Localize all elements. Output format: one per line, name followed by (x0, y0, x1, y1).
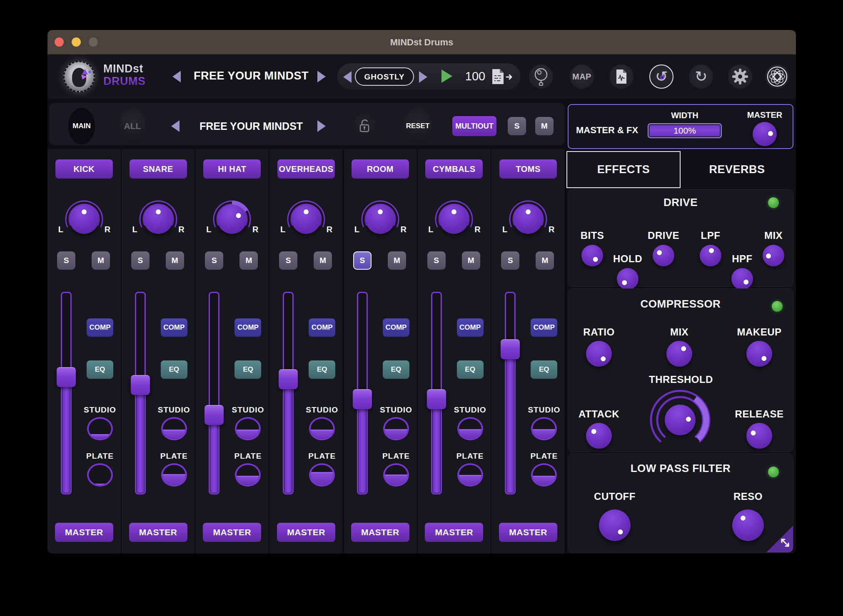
pattern-ornament-icon[interactable] (765, 65, 789, 89)
width-slider[interactable]: 100% (648, 123, 722, 138)
channel-volume-fader[interactable] (61, 292, 72, 494)
ratio-knob[interactable] (586, 341, 612, 367)
reso-knob[interactable] (732, 509, 764, 541)
settings-gear-icon[interactable] (728, 65, 752, 89)
plate-send-knob[interactable] (531, 463, 557, 487)
fader-handle[interactable] (131, 375, 150, 395)
main-view-button[interactable]: MAIN (68, 108, 95, 144)
pan-knob[interactable] (439, 205, 469, 234)
channel-name-button[interactable]: TOMS (499, 159, 557, 179)
channel-solo-button[interactable]: S (205, 251, 223, 270)
hpf-knob[interactable] (731, 268, 753, 290)
fader-handle[interactable] (353, 389, 372, 409)
toolbar-preset-next-button[interactable] (317, 120, 326, 132)
channel-comp-button[interactable]: COMP (457, 318, 484, 337)
studio-send-knob[interactable] (383, 417, 409, 440)
pan-knob-group[interactable]: L R (133, 194, 183, 238)
release-knob[interactable] (746, 423, 772, 449)
channel-route-master-button[interactable]: MASTER (277, 523, 335, 542)
channel-solo-button[interactable]: S (131, 251, 150, 270)
midi-drag-icon[interactable] (490, 68, 515, 87)
pan-knob-group[interactable]: L R (281, 194, 331, 238)
pan-knob[interactable] (292, 205, 321, 234)
comp-mix-knob[interactable] (666, 341, 692, 367)
play-button[interactable] (441, 70, 452, 83)
preset-prev-button[interactable] (172, 71, 181, 82)
mic-icon[interactable] (529, 65, 553, 89)
plate-send-knob[interactable] (87, 463, 113, 487)
attack-knob[interactable] (586, 423, 612, 449)
pan-knob[interactable] (144, 205, 173, 234)
channel-comp-button[interactable]: COMP (531, 318, 557, 337)
master-volume-knob[interactable] (753, 122, 777, 146)
channel-name-button[interactable]: OVERHEADS (277, 159, 335, 179)
plate-send-knob[interactable] (161, 463, 187, 487)
audio-file-icon[interactable] (609, 65, 633, 89)
channel-solo-button[interactable]: S (279, 251, 297, 270)
channel-route-master-button[interactable]: MASTER (425, 523, 483, 542)
pan-knob[interactable] (70, 205, 99, 234)
toolbar-preset-prev-button[interactable] (171, 120, 180, 132)
channel-comp-button[interactable]: COMP (87, 318, 113, 337)
studio-send-knob[interactable] (531, 417, 557, 440)
channel-volume-fader[interactable] (135, 292, 146, 494)
channel-volume-fader[interactable] (209, 292, 219, 494)
fader-handle[interactable] (205, 405, 224, 425)
fader-handle[interactable] (279, 369, 298, 389)
cutoff-knob[interactable] (599, 509, 631, 541)
channel-volume-fader[interactable] (505, 292, 516, 494)
lpf-knob[interactable] (700, 245, 721, 266)
channel-eq-button[interactable]: EQ (87, 360, 113, 379)
pan-knob[interactable] (366, 205, 395, 234)
pan-knob-group[interactable]: L R (207, 194, 257, 238)
channel-eq-button[interactable]: EQ (309, 360, 335, 379)
tab-reverbs[interactable]: REVERBS (681, 151, 793, 188)
channel-mute-button[interactable]: M (92, 251, 110, 270)
pan-knob[interactable] (217, 205, 247, 234)
channel-comp-button[interactable]: COMP (161, 318, 187, 337)
fader-handle[interactable] (57, 367, 76, 387)
channel-mute-button[interactable]: M (536, 251, 554, 270)
channel-name-button[interactable]: ROOM (352, 159, 409, 179)
channel-eq-button[interactable]: EQ (161, 360, 187, 379)
channel-route-master-button[interactable]: MASTER (351, 523, 409, 542)
channel-solo-button[interactable]: S (427, 251, 446, 270)
channel-solo-button[interactable]: S (57, 251, 75, 270)
channel-mute-button[interactable]: M (314, 251, 332, 270)
channel-eq-button[interactable]: EQ (457, 360, 484, 379)
pan-knob-group[interactable]: L R (355, 194, 405, 238)
channel-name-button[interactable]: HI HAT (203, 159, 261, 179)
threshold-knob[interactable] (665, 405, 696, 435)
channel-comp-button[interactable]: COMP (234, 318, 261, 337)
plate-send-knob[interactable] (309, 463, 335, 487)
preset-next-button[interactable] (317, 71, 326, 82)
studio-send-knob[interactable] (457, 417, 483, 440)
hold-knob[interactable] (617, 268, 638, 290)
channel-mute-button[interactable]: M (388, 251, 406, 270)
pan-knob-group[interactable]: L R (429, 194, 479, 238)
all-view-button[interactable]: ALL (119, 108, 146, 144)
global-mute-button[interactable]: M (535, 117, 554, 135)
multiout-button[interactable]: MULTIOUT (452, 116, 496, 136)
tab-effects[interactable]: EFFECTS (566, 151, 681, 188)
channel-route-master-button[interactable]: MASTER (129, 523, 187, 542)
channel-volume-fader[interactable] (357, 292, 368, 494)
tempo-value[interactable]: 100 (461, 70, 490, 83)
makeup-knob[interactable] (746, 341, 772, 367)
channel-route-master-button[interactable]: MASTER (203, 523, 261, 542)
channel-mute-button[interactable]: M (239, 251, 258, 270)
kit-prev-button[interactable] (343, 71, 352, 83)
channel-eq-button[interactable]: EQ (234, 360, 261, 379)
channel-eq-button[interactable]: EQ (383, 360, 409, 379)
kit-selector[interactable]: GHOSTLY (355, 67, 414, 86)
channel-volume-fader[interactable] (431, 292, 442, 494)
channel-name-button[interactable]: KICK (55, 159, 113, 179)
fader-handle[interactable] (427, 389, 446, 409)
studio-send-knob[interactable] (309, 417, 335, 440)
studio-send-knob[interactable] (235, 417, 261, 440)
channel-route-master-button[interactable]: MASTER (55, 523, 113, 542)
undo-icon[interactable]: ↺ (649, 65, 673, 89)
pan-knob[interactable] (514, 205, 543, 234)
plate-send-knob[interactable] (235, 463, 261, 487)
channel-mute-button[interactable]: M (462, 251, 480, 270)
